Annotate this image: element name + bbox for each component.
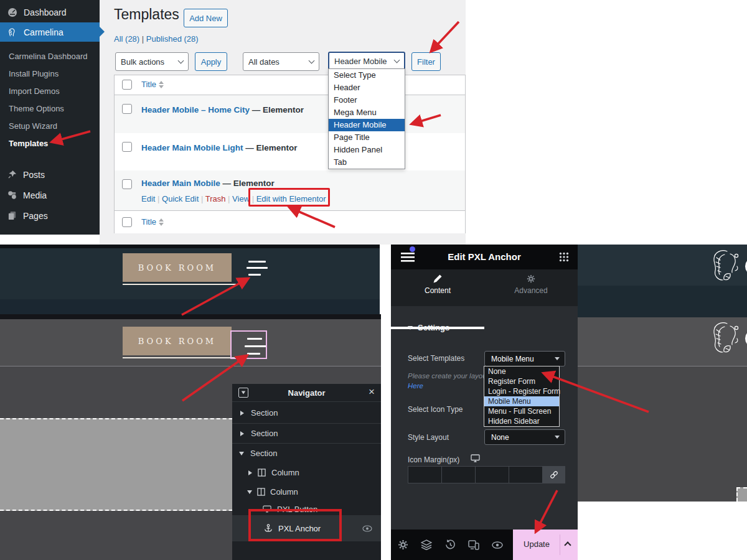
margin-right-input[interactable]	[442, 467, 476, 483]
navigator-item-column[interactable]: Column	[232, 463, 381, 482]
dropdown-option[interactable]: Footer	[329, 94, 405, 106]
template-title-link[interactable]: Header Main Mobile — Elementor	[141, 179, 275, 188]
visibility-eye-icon[interactable]	[362, 525, 372, 532]
settings-section-header[interactable]: Settings	[408, 323, 449, 332]
dropdown-option[interactable]: Register Form	[484, 376, 559, 386]
sidebar-item-setup-wizard[interactable]: Setup Wizard	[0, 117, 100, 134]
select-templates-label: Select Templates	[408, 354, 464, 363]
style-layout-value: None	[491, 433, 509, 442]
book-room-button[interactable]: BOOK ROOM	[123, 327, 232, 355]
navigator-title: Navigator	[232, 388, 381, 398]
apply-button[interactable]: Apply	[195, 52, 227, 71]
dropdown-option[interactable]: Login - Register Form	[484, 386, 559, 396]
title-column-sort[interactable]: Title	[141, 80, 164, 89]
link-values-icon[interactable]	[543, 467, 565, 483]
mobile-header-preview-dark: BOOK ROOM	[0, 245, 380, 314]
book-room-button[interactable]: BOOK ROOM	[123, 253, 232, 282]
responsive-devices-icon[interactable]	[462, 540, 486, 550]
chevron-down-icon	[394, 57, 400, 63]
helper-note-link[interactable]: Here	[408, 382, 423, 390]
update-button[interactable]: Update	[513, 530, 578, 560]
layers-icon[interactable]	[415, 539, 438, 550]
navigator-item-column-expanded[interactable]: Column	[232, 482, 381, 502]
wp-content-area: Templates Add New All (28) | Published (…	[100, 0, 466, 245]
dropdown-option[interactable]: Mega Menu	[329, 106, 405, 119]
caret-down-icon	[555, 436, 560, 439]
editor-canvas	[578, 366, 747, 502]
title-column-sort[interactable]: Title	[141, 217, 164, 226]
edit-link[interactable]: Edit	[141, 194, 155, 203]
desktop-responsive-icon[interactable]	[471, 454, 480, 462]
sidebar-item-dashboard[interactable]: Dashboard	[0, 2, 100, 22]
hamburger-menu-icon[interactable]	[248, 261, 266, 263]
dropdown-option-selected[interactable]: Mobile Menu	[484, 396, 559, 406]
close-icon[interactable]: ×	[369, 386, 375, 398]
chevron-up-icon[interactable]	[564, 541, 571, 548]
tab-advanced[interactable]: Advanced	[484, 274, 578, 295]
row-checkbox[interactable]	[122, 179, 132, 189]
row-checkbox[interactable]	[122, 104, 132, 114]
screenshot-divider	[0, 314, 381, 319]
navigator-item-section[interactable]: Section	[232, 424, 381, 443]
templates-options-dropdown: None Register Form Login - Register Form…	[484, 366, 560, 427]
dropdown-option-selected[interactable]: Header Mobile	[329, 119, 405, 131]
sidebar-item-import-demos[interactable]: Import Demos	[0, 82, 100, 100]
tab-content[interactable]: Content	[391, 274, 484, 295]
pages-icon	[7, 211, 17, 220]
sidebar-item-carmelina-dashboard[interactable]: Carmelina Dashboard	[0, 47, 100, 65]
view-all-link[interactable]: All (28)	[114, 34, 139, 44]
settings-gear-icon[interactable]	[391, 539, 415, 550]
dropdown-option[interactable]: Hidden Sidebar	[484, 416, 559, 426]
panel-title: Edit PXL Anchor	[391, 251, 578, 262]
title-column-label: Title	[141, 217, 156, 226]
bulk-actions-select[interactable]: Bulk actions	[115, 52, 189, 71]
sidebar-item-label: Carmelina	[24, 27, 63, 37]
preview-eye-icon[interactable]	[486, 541, 509, 549]
dropdown-option[interactable]: Header	[329, 82, 405, 94]
media-icon	[7, 190, 17, 200]
margin-top-input[interactable]	[408, 467, 442, 483]
dropdown-option[interactable]: Tab	[329, 156, 405, 169]
pin-icon	[7, 170, 17, 179]
elements-grid-icon[interactable]	[559, 252, 569, 262]
row-checkbox[interactable]	[122, 142, 132, 152]
dropdown-option[interactable]: None	[484, 366, 559, 376]
carmelina-logo	[710, 249, 746, 282]
sidebar-item-theme-options[interactable]: Theme Options	[0, 100, 100, 117]
helper-note: Please create your layout	[408, 372, 489, 380]
navigator-item-section[interactable]: Section	[232, 403, 381, 423]
add-new-button[interactable]: Add New	[184, 9, 228, 27]
sidebar-item-posts[interactable]: Posts	[0, 165, 100, 184]
dropdown-option[interactable]: Select Type	[329, 69, 405, 82]
all-dates-select[interactable]: All dates	[243, 52, 319, 71]
sidebar-item-install-plugins[interactable]: Install Plugins	[0, 65, 100, 82]
style-layout-control[interactable]: None	[484, 429, 565, 445]
template-type-select[interactable]: Header Mobile	[328, 52, 405, 70]
chevron-right-icon	[248, 470, 252, 475]
view-link[interactable]: View	[232, 194, 250, 203]
dropdown-option[interactable]: Menu - Full Screen	[484, 406, 559, 416]
history-icon[interactable]	[438, 539, 462, 550]
navigator-item-section-expanded[interactable]: Section	[232, 444, 381, 463]
margin-bottom-input[interactable]	[476, 467, 509, 483]
site-preview-right	[578, 245, 747, 560]
select-templates-control[interactable]: Mobile Menu	[484, 351, 565, 366]
quick-edit-link[interactable]: Quick Edit	[162, 194, 199, 203]
dropdown-option[interactable]: Hidden Panel	[329, 144, 405, 156]
margin-left-input[interactable]	[509, 467, 543, 483]
view-published-link[interactable]: Published (28)	[146, 34, 199, 44]
trash-link[interactable]: Trash	[205, 194, 226, 203]
select-all-checkbox[interactable]	[122, 217, 132, 227]
sidebar-item-templates[interactable]: Templates	[0, 134, 100, 152]
select-all-checkbox[interactable]	[122, 80, 132, 90]
active-menu-arrow	[100, 27, 105, 37]
sidebar-item-pages[interactable]: Pages	[0, 206, 100, 225]
template-title-link[interactable]: Header Main Mobile Light — Elementor	[141, 143, 298, 152]
view-filter-links: All (28) | Published (28)	[114, 34, 199, 44]
sidebar-item-media[interactable]: Media	[0, 185, 100, 205]
template-title-link[interactable]: Header Mobile – Home City — Elementor	[141, 105, 304, 114]
dropdown-option[interactable]: Page Title	[329, 131, 405, 144]
filter-button[interactable]: Filter	[411, 52, 441, 71]
column-icon	[258, 469, 266, 477]
sidebar-item-carmelina[interactable]: Carmelina	[0, 22, 100, 42]
